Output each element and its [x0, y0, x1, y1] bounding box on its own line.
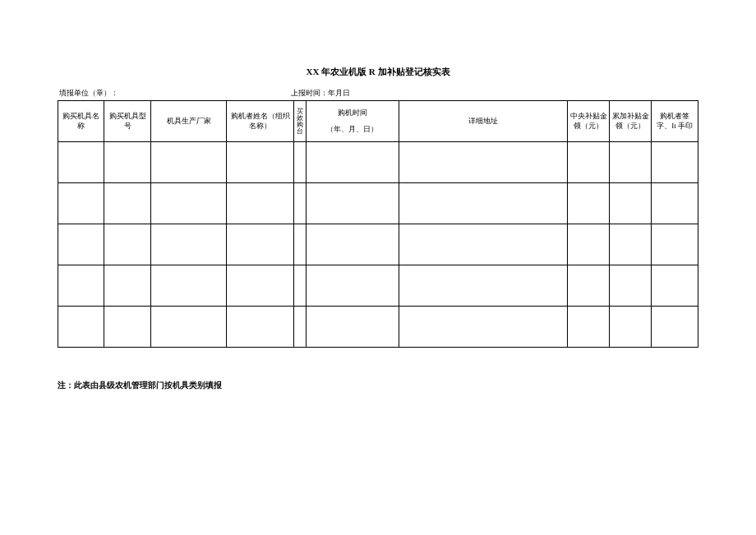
table-row: [58, 142, 698, 183]
registration-table: 购买机具名称 购买机具型号 机具生产厂家 购机者姓名（组织名称） 买效购台 购机…: [58, 100, 698, 348]
header-model: 购买机具型号: [104, 101, 150, 142]
page-title: XX 年农业机版 R 加补贴登记核实表: [58, 66, 698, 78]
table-row: [58, 307, 698, 348]
cell-name: [58, 307, 104, 348]
cell-model: [104, 265, 150, 307]
cell-addr: [399, 224, 567, 265]
cell-time: [306, 265, 399, 307]
cell-factory: [150, 307, 226, 348]
header-name: 购买机具名称: [58, 101, 104, 142]
cell-central: [567, 224, 609, 265]
meta-spacer: [350, 88, 697, 99]
header-qty: 买效购台: [294, 101, 306, 142]
meta-row: 填报单位（章）： 上报时间：年月日: [58, 88, 698, 99]
cell-name: [58, 183, 104, 224]
table-row: [58, 224, 698, 265]
cell-qty: [294, 265, 306, 307]
cell-buyer: [227, 224, 294, 265]
reporter-unit-label: 填报单位（章）：: [59, 88, 118, 99]
cell-accum: [610, 307, 652, 348]
header-row: 购买机具名称 购买机具型号 机具生产厂家 购机者姓名（组织名称） 买效购台 购机…: [58, 101, 698, 142]
cell-time: [306, 183, 399, 224]
table-row: [58, 265, 698, 307]
cell-buyer: [227, 307, 294, 348]
cell-qty: [294, 183, 306, 224]
cell-model: [104, 183, 150, 224]
cell-buyer: [227, 183, 294, 224]
cell-factory: [150, 183, 226, 224]
cell-central: [567, 307, 609, 348]
cell-accum: [610, 224, 652, 265]
header-buyer: 购机者姓名（组织名称）: [227, 101, 294, 142]
header-sign: 购机者签字、It 手印: [652, 101, 698, 142]
cell-buyer: [227, 142, 294, 183]
cell-factory: [150, 224, 226, 265]
cell-addr: [399, 142, 567, 183]
header-addr: 详细地址: [399, 101, 567, 142]
cell-accum: [610, 183, 652, 224]
cell-sign: [652, 142, 698, 183]
cell-addr: [399, 265, 567, 307]
cell-qty: [294, 224, 306, 265]
cell-qty: [294, 142, 306, 183]
cell-accum: [610, 142, 652, 183]
cell-central: [567, 265, 609, 307]
header-time-line1: 购机时间: [338, 108, 367, 118]
cell-factory: [150, 265, 226, 307]
cell-addr: [399, 307, 567, 348]
cell-sign: [652, 224, 698, 265]
table-body: [58, 142, 698, 348]
cell-name: [58, 265, 104, 307]
cell-name: [58, 224, 104, 265]
cell-time: [306, 224, 399, 265]
cell-buyer: [227, 265, 294, 307]
cell-addr: [399, 183, 567, 224]
header-central: 中央补贴金领（元）: [567, 101, 609, 142]
header-accum: 累加补贴金领（元）: [610, 101, 652, 142]
header-time: 购机时间 （年、月、日）: [306, 101, 399, 142]
cell-sign: [652, 183, 698, 224]
cell-sign: [652, 265, 698, 307]
cell-model: [104, 224, 150, 265]
cell-qty: [294, 307, 306, 348]
header-factory: 机具生产厂家: [150, 101, 226, 142]
cell-central: [567, 183, 609, 224]
cell-factory: [150, 142, 226, 183]
cell-model: [104, 307, 150, 348]
footnote: 注：此表由县级农机管理部门按机具类别填报: [58, 380, 698, 391]
cell-time: [306, 142, 399, 183]
cell-time: [306, 307, 399, 348]
cell-sign: [652, 307, 698, 348]
cell-central: [567, 142, 609, 183]
report-date-label: 上报时间：年月日: [291, 88, 350, 99]
cell-name: [58, 142, 104, 183]
cell-model: [104, 142, 150, 183]
header-time-line2: （年、月、日）: [326, 125, 378, 135]
table-row: [58, 183, 698, 224]
cell-accum: [610, 265, 652, 307]
